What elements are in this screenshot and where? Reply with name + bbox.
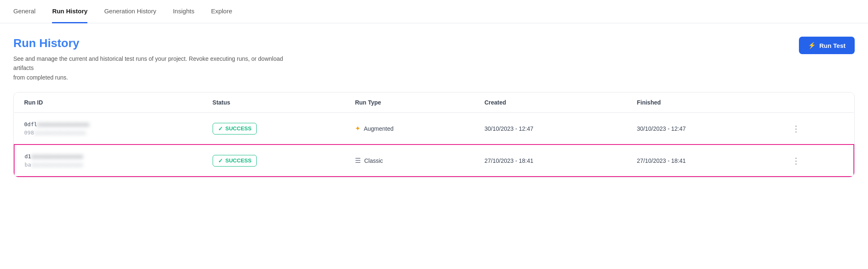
table-row[interactable]: 0dflxxxxxxxxxxxxxxxx 098xxxxxxxxxxxxxxxx…: [14, 113, 854, 145]
run-type-label: Augmented: [364, 125, 394, 132]
more-menu-icon[interactable]: ⋮: [789, 122, 803, 135]
run-type-cell: ✦ Augmented: [345, 113, 474, 145]
description-line1: See and manage the current and historica…: [13, 55, 283, 71]
col-header-created: Created: [474, 92, 627, 113]
run-id-blur-2: xxxxxxxxxxxxxxxx: [34, 129, 86, 137]
runs-table: Run ID Status Run Type Created Finished …: [14, 92, 854, 177]
created-cell: 27/10/2023 - 18:41: [474, 144, 627, 177]
actions-cell: ⋮: [779, 113, 854, 145]
tab-run-history[interactable]: Run History: [52, 0, 87, 23]
run-type-label: Classic: [364, 157, 383, 164]
page-header: Run History See and manage the current a…: [0, 23, 868, 92]
check-icon: ✓: [218, 125, 223, 132]
run-id-cell: d1xxxxxxxxxxxxxxxx baxxxxxxxxxxxxxxxx: [14, 144, 203, 177]
col-header-status: Status: [203, 92, 345, 113]
created-cell: 30/10/2023 - 12:47: [474, 113, 627, 145]
nav-tabs: General Run History Generation History I…: [0, 0, 868, 23]
run-id-prefix-2: ba: [25, 162, 31, 168]
classic-icon: ☰: [355, 157, 361, 164]
more-menu-icon[interactable]: ⋮: [789, 154, 803, 167]
table-row[interactable]: d1xxxxxxxxxxxxxxxx baxxxxxxxxxxxxxxxx ✓ …: [14, 144, 854, 177]
col-header-finished: Finished: [627, 92, 779, 113]
col-header-run-type: Run Type: [345, 92, 474, 113]
status-cell: ✓ SUCCESS: [203, 144, 345, 177]
page-description: See and manage the current and historica…: [13, 54, 296, 82]
status-cell: ✓ SUCCESS: [203, 113, 345, 145]
tab-generation-history[interactable]: Generation History: [104, 0, 156, 23]
tab-insights[interactable]: Insights: [173, 0, 194, 23]
tab-general[interactable]: General: [13, 0, 35, 23]
runs-table-container: Run ID Status Run Type Created Finished …: [13, 92, 855, 177]
tab-explore[interactable]: Explore: [211, 0, 232, 23]
run-id-blur-1: xxxxxxxxxxxxxxxx: [37, 120, 89, 129]
lightning-icon: ⚡: [808, 42, 816, 49]
run-id-prefix-2: 098: [24, 130, 34, 136]
run-test-button[interactable]: ⚡ Run Test: [799, 37, 855, 54]
status-badge: ✓ SUCCESS: [213, 123, 257, 134]
run-id-cell: 0dflxxxxxxxxxxxxxxxx 098xxxxxxxxxxxxxxxx: [14, 113, 203, 145]
run-test-label: Run Test: [819, 42, 846, 49]
status-text: SUCCESS: [226, 125, 252, 132]
run-id-prefix-1: d1: [25, 153, 31, 159]
run-id-blur-2: xxxxxxxxxxxxxxxx: [31, 161, 83, 169]
finished-cell: 27/10/2023 - 18:41: [627, 144, 779, 177]
run-id-prefix-1: 0dfl: [24, 121, 37, 127]
status-text: SUCCESS: [226, 157, 252, 164]
finished-cell: 30/10/2023 - 12:47: [627, 113, 779, 145]
augmented-icon: ✦: [355, 125, 360, 132]
col-header-run-id: Run ID: [14, 92, 203, 113]
table-header-row: Run ID Status Run Type Created Finished: [14, 92, 854, 113]
run-id-blur-1: xxxxxxxxxxxxxxxx: [31, 152, 83, 161]
page-title-section: Run History See and manage the current a…: [13, 37, 296, 82]
actions-cell: ⋮: [779, 144, 854, 177]
check-icon: ✓: [218, 157, 223, 164]
status-badge: ✓ SUCCESS: [213, 155, 257, 167]
col-header-actions: [779, 92, 854, 113]
description-line2: from completed runs.: [13, 74, 68, 81]
page-title: Run History: [13, 37, 296, 50]
table-body: 0dflxxxxxxxxxxxxxxxx 098xxxxxxxxxxxxxxxx…: [14, 113, 854, 177]
run-type-cell: ☰ Classic: [345, 144, 474, 177]
